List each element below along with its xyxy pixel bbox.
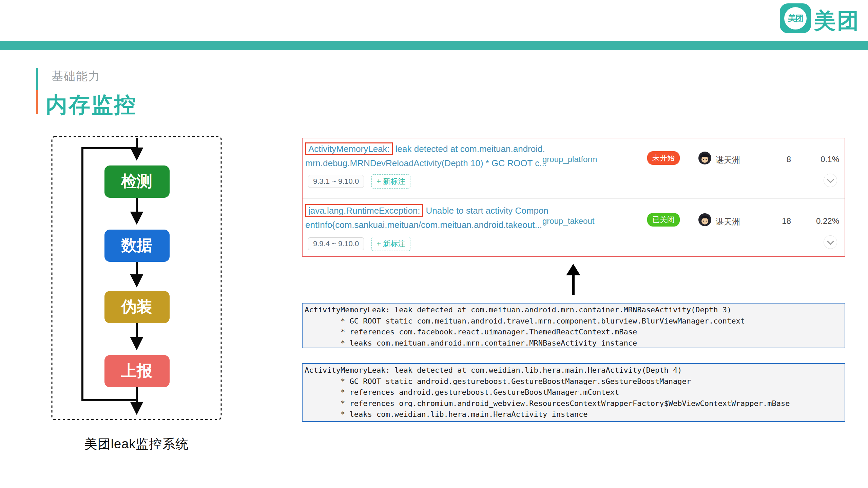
leak-rate: 0.1% [798,155,839,164]
flow-step-label: 数据 [121,236,152,254]
leak-title-line2[interactable]: mrn.debug.MRNDevReloadActivity(Depth 10)… [305,157,547,170]
flow-step-disguise: 伪装 [104,291,170,323]
group-link[interactable]: group_takeout [542,216,594,226]
flow-step-report: 上报 [104,355,170,387]
meituan-logo-icon: 美团 [780,3,811,33]
flow-step-label: 检测 [120,172,152,190]
owner-name: 谌天洲 [716,155,740,165]
code-line: * GC ROOT static android.gestureboost.Ge… [305,376,845,387]
leak-count: 18 [776,216,791,226]
code-line: * GC ROOT static com.meituan.android.tra… [305,316,845,327]
eyebrow-accent-bar [36,68,38,90]
leak-trace-block-2: ActivityMemoryLeak: leak detected at com… [302,363,845,422]
group-link[interactable]: group_platform [542,155,597,164]
code-line: ActivityMemoryLeak: leak detected at com… [305,305,845,316]
leak-highlight-box: ActivityMemoryLeak: [305,142,393,155]
flow-step-detect: 检测 [104,165,170,198]
code-line: * references android.gestureboost.Gestur… [305,387,845,398]
version-range-chip: 9.9.4 ~ 9.10.0 [308,237,364,250]
expand-row-button[interactable] [824,174,837,187]
page-title: 内存监控 [46,90,137,120]
code-line: * leaks com.weidian.lib.hera.main.HeraAc… [305,409,845,420]
leak-title-line1[interactable]: java.lang.RuntimeException:Unable to sta… [305,204,548,217]
version-range-chip: 9.3.1 ~ 9.10.0 [308,175,364,188]
chevron-down-icon [827,237,834,245]
chevron-down-icon [827,176,834,183]
leak-flowchart: 检测 数据 伪装 上报 [51,136,222,422]
up-arrow-icon [566,264,580,295]
avatar [698,213,712,227]
title-accent-bar [36,90,38,114]
owner-name: 谌天洲 [716,216,740,227]
leak-monitor-panel: ActivityMemoryLeak:leak detected at com.… [302,138,845,257]
leak-title-line1[interactable]: ActivityMemoryLeak:leak detected at com.… [305,142,545,155]
flow-step-label: 上报 [121,362,153,379]
leak-title-line2[interactable]: entInfo{com.sankuai.meituan/com.meituan.… [305,218,542,231]
flow-step-label: 伪装 [120,298,152,315]
top-teal-band [0,41,868,50]
leak-highlight-box: java.lang.RuntimeException: [305,204,423,217]
leak-trace-block-1: ActivityMemoryLeak: leak detected at com… [302,303,845,348]
meituan-logo-icon-text: 美团 [784,7,807,30]
status-badge: 未开始 [647,151,680,165]
code-line: ActivityMemoryLeak: leak detected at com… [305,365,845,376]
flow-step-data: 数据 [104,230,170,262]
avatar [698,151,712,165]
row-divider [303,198,845,199]
meituan-logo-wordmark: 美团 [814,6,860,36]
code-line: * references org.chromium.android_webvie… [305,398,845,409]
leak-rate: 0.22% [798,216,839,226]
status-badge: 已关闭 [647,213,680,227]
code-line: * leaks com.meituan.android.mrn.containe… [305,338,845,349]
add-tag-button[interactable]: + 新标注 [371,237,410,251]
expand-row-button[interactable] [824,235,837,249]
add-tag-button[interactable]: + 新标注 [371,174,410,189]
flowchart-caption: 美团leak监控系统 [51,435,222,453]
code-line: * references com.facebook.react.uimanage… [305,327,845,338]
leak-count: 8 [777,155,791,164]
section-eyebrow: 基础能力 [52,69,100,84]
